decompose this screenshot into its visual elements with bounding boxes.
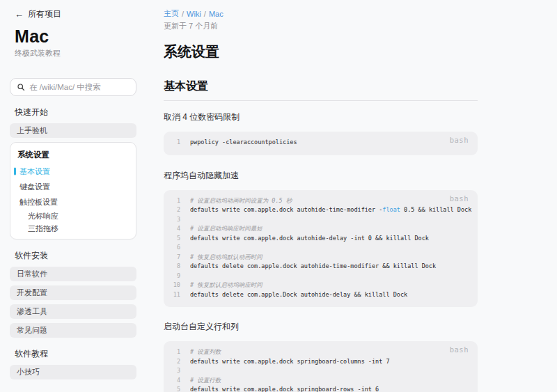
line-number: 1: [171, 347, 180, 357]
code-line: 11defaults delete com.apple.Dock autohid…: [171, 290, 473, 300]
line-number: 3: [171, 215, 180, 225]
project-subtitle: 终极武装教程: [15, 48, 136, 58]
line-number: 5: [171, 234, 180, 244]
sidebar-item-keyboard-settings[interactable]: 键盘设置: [10, 179, 136, 194]
line-content: defaults delete com.apple.Dock autohide-…: [190, 290, 407, 300]
breadcrumb-separator: /: [204, 10, 206, 18]
app-root: ← 所有项目 Mac 终极武装教程 快速开始 上手验机 系统设置 基本设置 键盘…: [0, 0, 557, 392]
code-line: 5defaults write com.apple.dock autohide-…: [171, 234, 473, 244]
sidebar-item-basic-settings[interactable]: 基本设置: [10, 164, 136, 179]
sidebar-item-three-finger-drag[interactable]: 三指拖移: [10, 222, 136, 235]
code-text: 0.5 && killall Dock: [400, 206, 471, 213]
content: 主页 / Wiki / Mac 更新于 7 个月前 系统设置 基本设置 取消 4…: [164, 8, 478, 392]
snippet-intro: 启动台自定义行和列: [164, 321, 478, 333]
line-content: # 设置启动坞响应时间最短: [190, 224, 262, 234]
line-content: pwpolicy -clearaccountpolicies: [190, 138, 297, 148]
snippet-intro: 取消 4 位数密码限制: [164, 111, 478, 123]
page-title: 系统设置: [164, 42, 478, 61]
breadcrumb-wiki-link[interactable]: Wiki: [187, 10, 201, 18]
line-content: defaults write com.apple.dock autohide-d…: [190, 234, 429, 244]
line-content: # 恢复默认启动坞响应时间: [190, 281, 262, 290]
sidebar-item-trackpad-settings[interactable]: 触控板设置: [10, 194, 136, 210]
line-content: defaults write com.apple.dock springboar…: [190, 357, 390, 367]
code-keyword: float: [382, 206, 400, 213]
active-indicator: [14, 168, 16, 175]
updated-timestamp: 更新于 7 个月前: [164, 21, 478, 31]
line-content: # 设置行数: [190, 376, 221, 386]
code-line: 3: [171, 366, 473, 376]
line-content: # 设置启动坞动画时间设置为 0.5 秒: [190, 196, 292, 206]
code-block: bash 1# 设置启动坞动画时间设置为 0.5 秒 2defaults wri…: [164, 190, 478, 308]
breadcrumb-current-link[interactable]: Mac: [209, 10, 223, 18]
line-number: 4: [171, 376, 180, 386]
breadcrumb: 主页 / Wiki / Mac: [164, 8, 478, 19]
nav-section-label-tutorials: 软件教程: [15, 348, 132, 360]
line-content: defaults delete com.apple.dock autohide-…: [190, 262, 436, 272]
line-content: defaults write com.apple.dock springboar…: [190, 385, 379, 392]
code-line: 6: [171, 243, 473, 253]
line-number: 9: [171, 272, 180, 281]
sidebar-item-getting-started[interactable]: 上手验机: [10, 123, 136, 138]
code-line: 4# 设置启动坞响应时间最短: [171, 224, 473, 234]
line-number: 7: [171, 253, 180, 262]
line-number: 6: [171, 243, 180, 253]
line-number: 2: [171, 357, 180, 367]
code-block: bash 1# 设置列数 2defaults write com.apple.d…: [164, 341, 478, 392]
search-box[interactable]: [10, 78, 136, 96]
code-line: 9: [171, 272, 473, 281]
snippet-intro: 程序坞自动隐藏加速: [164, 170, 478, 182]
code-line: 2defaults write com.apple.dock springboa…: [171, 357, 473, 367]
line-content: defaults write com.apple.dock autohide-t…: [190, 205, 471, 215]
sidebar-item-daily-software[interactable]: 日常软件: [10, 267, 136, 281]
line-number: 1: [171, 196, 180, 206]
code-line: 5defaults write com.apple.dock springboa…: [171, 385, 473, 392]
arrow-left-icon: ←: [15, 10, 24, 19]
back-link[interactable]: ← 所有项目: [15, 8, 136, 20]
line-number: 3: [171, 366, 180, 376]
sidebar: ← 所有项目 Mac 终极武装教程 快速开始 上手验机 系统设置 基本设置 键盘…: [10, 8, 136, 384]
nav-section-label-software-install: 软件安装: [15, 250, 132, 262]
code-line: 4# 设置行数: [171, 376, 473, 386]
breadcrumb-separator: /: [182, 10, 184, 18]
sidebar-item-tips[interactable]: 小技巧: [10, 365, 136, 379]
project-title: Mac: [15, 26, 136, 47]
line-number: 2: [171, 205, 180, 215]
sidebar-item-faq[interactable]: 常见问题: [10, 323, 136, 338]
search-icon: [17, 83, 25, 91]
code-line: 1# 设置列数: [171, 347, 473, 357]
code-lang-badge: bash: [450, 194, 469, 203]
line-number: 8: [171, 262, 180, 272]
line-content: # 设置列数: [190, 347, 221, 357]
back-label: 所有项目: [28, 8, 61, 20]
code-lang-badge: bash: [450, 345, 469, 354]
line-number: 4: [171, 224, 180, 234]
code-line: 1pwpolicy -clearaccountpolicies: [171, 138, 473, 148]
line-number: 10: [171, 281, 180, 290]
code-line: 1# 设置启动坞动画时间设置为 0.5 秒: [171, 196, 473, 206]
code-block: bash 1pwpolicy -clearaccountpolicies: [164, 132, 478, 155]
code-text: defaults write com.apple.dock autohide-t…: [190, 206, 382, 213]
breadcrumb-home-link[interactable]: 主页: [164, 8, 179, 19]
code-line: 10# 恢复默认启动坞响应时间: [171, 281, 473, 290]
sidebar-item-system-settings[interactable]: 系统设置: [10, 145, 136, 164]
line-content: # 恢复启动坞默认动画时间: [190, 253, 262, 262]
search-input[interactable]: [29, 83, 130, 91]
nav-group-system-settings: 系统设置 基本设置 键盘设置 触控板设置 光标响应 三指拖移: [10, 142, 136, 240]
code-line: 3: [171, 215, 473, 225]
code-line: 8defaults delete com.apple.dock autohide…: [171, 262, 473, 272]
sidebar-item-pentest-tools[interactable]: 渗透工具: [10, 304, 136, 319]
code-lang-badge: bash: [450, 136, 469, 144]
line-number: 1: [171, 138, 180, 148]
code-line: 7# 恢复启动坞默认动画时间: [171, 253, 473, 262]
line-number: 5: [171, 385, 180, 392]
sidebar-item-cursor-response[interactable]: 光标响应: [10, 210, 136, 222]
section-title: 基本设置: [164, 79, 478, 101]
nav-section-label-quickstart: 快速开始: [15, 107, 132, 118]
sidebar-item-label: 基本设置: [19, 167, 50, 175]
line-number: 11: [171, 290, 180, 300]
code-line: 2defaults write com.apple.dock autohide-…: [171, 205, 473, 215]
sidebar-item-dev-config[interactable]: 开发配置: [10, 285, 136, 300]
